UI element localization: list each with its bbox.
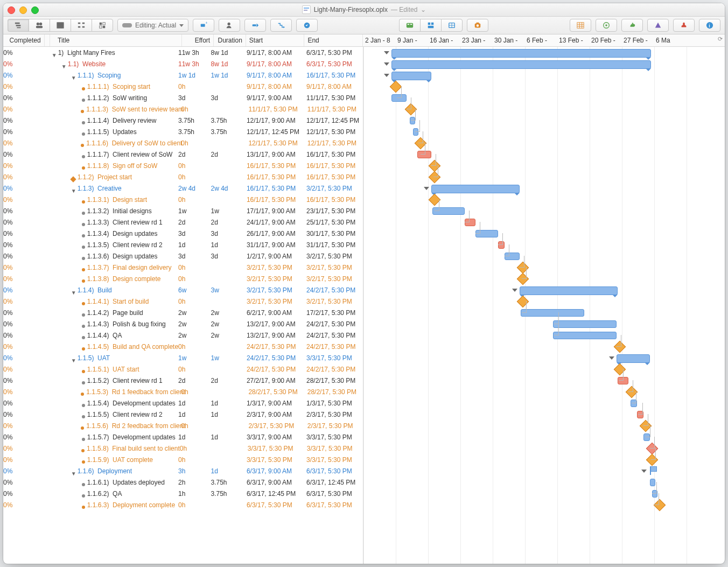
task-effort[interactable]: 0h xyxy=(178,366,211,373)
network-view-button[interactable] xyxy=(71,19,92,32)
task-row[interactable]: 0%▼1.1.6) Deployment3h1d6/3/17, 9:00 AM6… xyxy=(3,465,363,477)
task-title-cell[interactable]: ▼1.1.4) Build xyxy=(51,286,178,294)
task-row[interactable]: 0%1.1.5.5) Client review rd 21d1d2/3/17,… xyxy=(3,409,363,420)
timeline-week-label[interactable]: 16 Jan - xyxy=(430,34,453,46)
task-start[interactable]: 13/2/17, 9:00 AM xyxy=(243,320,303,328)
disclosure-triangle-icon[interactable]: ▼ xyxy=(61,64,67,69)
task-start[interactable]: 1/3/17, 9:00 AM xyxy=(243,400,303,407)
task-completed[interactable]: 0% xyxy=(3,388,45,396)
col-completed[interactable]: Completed xyxy=(3,34,45,46)
task-row[interactable]: 0%▼1.1) Website11w 3h8w 1d9/1/17, 8:00 A… xyxy=(3,58,363,69)
task-completed[interactable]: 0% xyxy=(3,219,45,226)
task-start[interactable]: 27/2/17, 9:00 AM xyxy=(243,377,303,384)
task-title-cell[interactable]: 1.1.5.3) Rd 1 feedback from client xyxy=(50,388,181,396)
task-end[interactable]: 16/1/17, 5:30 PM xyxy=(303,72,363,79)
task-row[interactable]: 0%▼1.1.4) Build6w3w3/2/17, 5:30 PM24/2/1… xyxy=(3,284,363,296)
task-start[interactable]: 6/3/17, 9:00 AM xyxy=(243,467,303,475)
task-row[interactable]: 0%1.1.1.7) Client review of SoW2d2d13/1/… xyxy=(3,149,363,160)
gantt-group-bar[interactable] xyxy=(391,60,651,69)
editing-mode-dropdown[interactable]: Editing: Actual xyxy=(117,19,188,32)
task-start[interactable]: 1/2/17, 9:00 AM xyxy=(243,253,303,260)
gantt-group-bar[interactable] xyxy=(431,185,520,193)
col-end[interactable]: End xyxy=(304,34,363,46)
col-effort[interactable]: Effort xyxy=(182,34,214,46)
task-end[interactable]: 24/2/17, 5:30 PM xyxy=(303,286,363,294)
task-end[interactable]: 12/1/17, 12:45 PM xyxy=(303,117,363,124)
task-end[interactable]: 16/1/17, 5:30 PM xyxy=(303,173,363,181)
task-start[interactable]: 6/3/17, 9:00 AM xyxy=(243,479,303,486)
task-title-cell[interactable]: 1.1.4.3) Polish & bug fixing xyxy=(51,320,178,328)
task-completed[interactable]: 0% xyxy=(3,196,45,204)
task-effort[interactable]: 2w xyxy=(178,309,211,317)
task-duration[interactable]: 2w xyxy=(211,320,243,328)
task-title-cell[interactable]: 1.1.5.6) Rd 2 feedback from client xyxy=(50,422,181,430)
task-completed[interactable]: 0% xyxy=(3,456,45,464)
task-title-cell[interactable]: 1.1.3.8) Design complete xyxy=(51,275,178,283)
task-row[interactable]: 0%▼1.1.1) Scoping1w 1d1w 1d9/1/17, 8:00 … xyxy=(3,69,363,81)
task-effort[interactable]: 0h xyxy=(181,422,213,430)
task-row[interactable]: 0%▼1) Light Many Fires11w 3h8w 1d9/1/17,… xyxy=(3,47,363,58)
timeline-week-label[interactable]: 13 Feb - xyxy=(559,34,583,46)
task-effort[interactable]: 0h xyxy=(178,83,211,90)
task-title-cell[interactable]: 1.1.6.1) Updates deployed xyxy=(51,479,178,486)
task-duration[interactable]: 3.75h xyxy=(211,117,243,124)
add-milestone-button[interactable] xyxy=(244,19,266,32)
task-duration[interactable]: 1d xyxy=(211,467,243,475)
task-end[interactable]: 16/1/17, 5:30 PM xyxy=(303,162,363,170)
task-start[interactable]: 13/2/17, 9:00 AM xyxy=(243,332,303,339)
task-end[interactable]: 3/3/17, 5:30 PM xyxy=(303,456,363,464)
task-effort[interactable]: 0h xyxy=(178,343,211,351)
task-start[interactable]: 3/2/17, 5:30 PM xyxy=(243,275,303,283)
disclosure-triangle-icon[interactable]: ▼ xyxy=(71,471,76,477)
task-start[interactable]: 12/1/17, 12:45 PM xyxy=(243,128,303,136)
task-start[interactable]: 26/1/17, 9:00 AM xyxy=(243,230,303,237)
task-title-cell[interactable]: 1.1.2) Project start xyxy=(51,173,178,181)
task-duration[interactable]: 2w xyxy=(211,332,243,339)
gantt-task-bar[interactable] xyxy=(553,320,617,328)
gantt-group-disclosure-icon[interactable] xyxy=(424,187,429,190)
task-completed[interactable]: 0% xyxy=(3,106,45,113)
gantt-group-disclosure-icon[interactable] xyxy=(512,289,517,292)
task-completed[interactable]: 0% xyxy=(3,320,45,328)
inspector-button[interactable]: i xyxy=(699,19,720,32)
task-effort[interactable]: 1d xyxy=(178,411,211,418)
gantt-group-bar[interactable] xyxy=(520,286,618,295)
task-duration[interactable]: 1w 1d xyxy=(211,72,243,79)
task-title-cell[interactable]: ▼1.1.5) UAT xyxy=(51,354,178,362)
level-button[interactable] xyxy=(647,19,669,32)
task-completed[interactable]: 0% xyxy=(3,366,45,373)
zoom-window-button[interactable] xyxy=(31,6,39,14)
task-title-cell[interactable]: 1.1.3.2) Initial designs xyxy=(51,207,178,215)
task-outline[interactable]: 0%▼1) Light Many Fires11w 3h8w 1d9/1/17,… xyxy=(3,47,363,564)
task-completed[interactable]: 0% xyxy=(3,286,45,294)
task-title-cell[interactable]: 1.1.3.5) Client review rd 2 xyxy=(51,241,178,249)
task-completed[interactable]: 0% xyxy=(3,60,45,68)
task-end[interactable]: 24/2/17, 5:30 PM xyxy=(303,343,363,351)
task-effort[interactable]: 2w 4d xyxy=(178,185,211,192)
task-effort[interactable]: 0h xyxy=(178,264,211,271)
task-title-cell[interactable]: 1.1.1.5) Updates xyxy=(51,128,178,136)
task-effort[interactable]: 3.75h xyxy=(178,117,211,124)
task-row[interactable]: 0%▼1.1.5) UAT1w1w24/2/17, 5:30 PM3/3/17,… xyxy=(3,352,363,363)
task-start[interactable]: 31/1/17, 9:00 AM xyxy=(243,241,303,249)
task-start[interactable]: 3/3/17, 5:30 PM xyxy=(243,456,303,464)
task-row[interactable]: 0%1.1.4.2) Page build2w2w6/2/17, 9:00 AM… xyxy=(3,307,363,318)
task-title-cell[interactable]: 1.1.4.1) Start of build xyxy=(51,298,178,305)
task-row[interactable]: 0%1.1.5.9) UAT complete0h3/3/17, 5:30 PM… xyxy=(3,454,363,465)
task-row[interactable]: 0%1.1.5.2) Client review rd 12d2d27/2/17… xyxy=(3,375,363,386)
task-title-cell[interactable]: 1.1.1.6) Delivery of SoW to client xyxy=(50,139,181,147)
task-end[interactable]: 3/3/17, 5:30 PM xyxy=(303,354,363,362)
task-duration[interactable]: 3w xyxy=(211,286,243,294)
task-row[interactable]: 0%1.1.6.1) Updates deployed2h3.75h6/3/17… xyxy=(3,477,363,488)
task-row[interactable]: 0%1.1.1.5) Updates3.75h3.75h12/1/17, 12:… xyxy=(3,126,363,137)
task-title-cell[interactable]: 1.1.1.3) SoW sent to review team xyxy=(50,106,181,113)
task-end[interactable]: 28/2/17, 5:30 PM xyxy=(304,388,363,396)
task-end[interactable]: 11/1/17, 5:30 PM xyxy=(304,106,363,113)
task-completed[interactable]: 0% xyxy=(3,207,45,215)
task-end[interactable]: 2/3/17, 5:30 PM xyxy=(304,422,363,430)
task-start[interactable]: 3/3/17, 5:30 PM xyxy=(244,445,304,452)
col-title[interactable]: Title xyxy=(50,34,182,46)
task-start[interactable]: 9/1/17, 8:00 AM xyxy=(243,83,303,90)
view-options-button[interactable] xyxy=(570,19,591,32)
task-title-cell[interactable]: 1.1.6.2) QA xyxy=(51,490,178,498)
